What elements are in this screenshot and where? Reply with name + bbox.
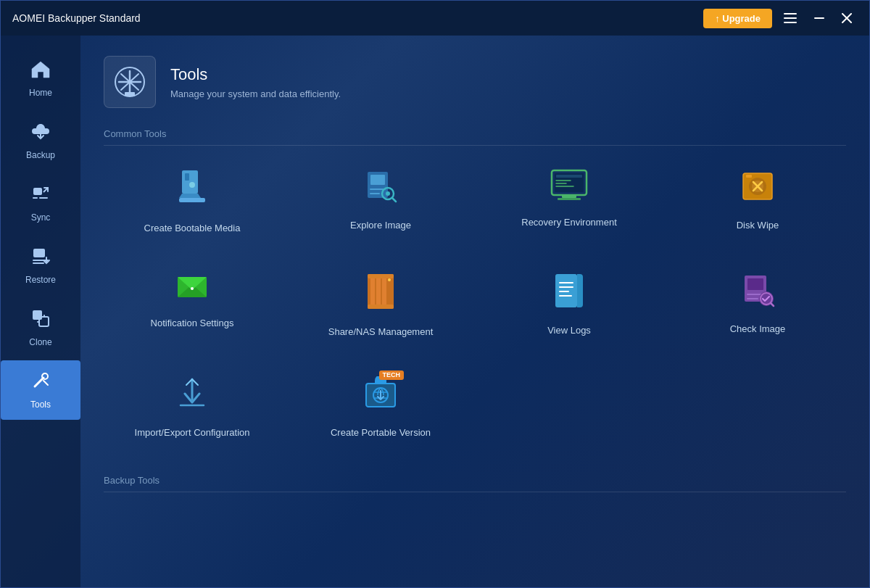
svg-rect-35 [746,175,752,178]
app-title: AOMEI Backupper Standard [12,12,703,24]
tool-check-image-label: Check Image [730,323,786,336]
explore-image-icon [363,169,398,209]
tool-import-export-label: Import/Export Configuration [135,426,250,439]
sidebar-label-sync: Sync [31,212,51,223]
svg-rect-1 [784,17,797,19]
tool-share-nas[interactable]: Share/NAS Management [292,258,469,350]
svg-point-24 [386,191,390,196]
svg-rect-0 [784,13,797,15]
import-export-icon [175,376,210,416]
sidebar-label-backup: Backup [26,150,55,160]
disk-wipe-icon [740,169,775,209]
svg-point-46 [388,278,391,281]
tool-disk-wipe-label: Disk Wipe [737,219,779,232]
notification-icon [175,273,210,307]
tools-icon [30,370,51,394]
svg-rect-7 [33,249,45,257]
restore-icon [30,246,51,269]
page-subtitle: Manage your system and data efficiently. [170,88,341,99]
tool-recovery-env[interactable]: Recovery Environment [481,154,658,247]
sidebar-label-home: Home [29,88,52,98]
svg-point-10 [42,373,48,379]
tool-explore-image-label: Explore Image [350,219,411,232]
svg-rect-44 [368,274,394,278]
minimize-button[interactable] [808,15,830,22]
sidebar-item-sync[interactable]: Sync [1,173,80,233]
home-icon [30,60,51,82]
page-title: Tools [170,65,341,84]
tool-share-nas-label: Share/NAS Management [328,326,434,339]
title-controls: ↑ Upgrade [703,9,858,28]
tool-bootable-media[interactable]: Create Bootable Media [104,154,281,247]
tool-explore-image[interactable]: Explore Image [292,154,469,247]
tech-badge: TECH [379,370,405,380]
upgrade-button[interactable]: ↑ Upgrade [703,9,772,28]
svg-rect-30 [558,198,581,200]
sidebar-item-home[interactable]: Home [1,50,80,108]
svg-rect-19 [179,198,205,202]
svg-rect-2 [784,22,797,23]
svg-rect-3 [814,17,824,19]
tool-view-logs[interactable]: View Logs [481,258,658,350]
sync-icon [30,183,51,207]
share-nas-icon [363,273,398,315]
svg-rect-18 [185,173,189,181]
tool-recovery-env-label: Recovery Environment [521,216,617,229]
close-button[interactable] [836,10,858,26]
content-area: Tools Manage your system and data effici… [80,36,869,587]
page-icon [104,56,156,108]
tool-disk-wipe[interactable]: Disk Wipe [669,154,846,247]
svg-rect-8 [33,310,42,320]
svg-rect-43 [382,277,386,306]
tool-bootable-media-label: Create Bootable Media [144,222,241,235]
svg-rect-22 [370,175,385,185]
svg-line-52 [771,303,774,306]
backup-tools-section-title: Backup Tools [104,475,846,492]
svg-rect-6 [33,188,42,195]
page-header: Tools Manage your system and data effici… [104,56,846,108]
svg-point-39 [191,287,194,290]
sidebar: Home Backup [1,36,80,587]
common-tools-grid: Create Bootable Media Ex [104,154,846,452]
page-title-area: Tools Manage your system and data effici… [170,65,341,99]
sidebar-item-tools[interactable]: Tools [1,360,80,420]
check-image-icon [740,273,775,312]
svg-rect-29 [562,195,576,198]
portable-icon: TECH [363,376,398,416]
title-bar: AOMEI Backupper Standard ↑ Upgrade [1,1,869,36]
sidebar-label-restore: Restore [25,275,56,285]
recovery-env-icon [550,169,588,206]
svg-rect-42 [376,277,381,306]
svg-rect-28 [556,175,582,178]
sidebar-item-restore[interactable]: Restore [1,236,80,295]
svg-line-25 [392,198,396,202]
tool-notification[interactable]: Notification Settings [104,258,281,350]
svg-rect-17 [182,170,198,194]
tool-notification-label: Notification Settings [151,317,234,330]
tool-import-export[interactable]: Import/Export Configuration [104,362,281,451]
svg-rect-41 [370,277,375,306]
tool-portable[interactable]: TECH Create Portable Version [292,362,469,451]
backup-icon [30,121,51,144]
tool-portable-label: Create Portable Version [331,426,431,439]
tool-check-image[interactable]: Check Image [669,258,846,350]
bootable-media-icon [175,169,210,212]
svg-rect-45 [368,305,394,309]
clone-icon [30,308,51,331]
tool-view-logs-label: View Logs [547,324,591,337]
main-layout: Home Backup [1,36,869,587]
view-logs-icon [552,273,586,314]
sidebar-item-clone[interactable]: Clone [1,298,80,357]
sidebar-label-clone: Clone [29,337,51,347]
svg-point-20 [189,182,195,188]
sidebar-label-tools: Tools [30,399,51,410]
svg-rect-49 [747,278,763,290]
sidebar-item-backup[interactable]: Backup [1,111,80,170]
svg-rect-16 [125,92,135,96]
common-tools-section-title: Common Tools [104,128,846,146]
menu-button[interactable] [778,10,803,26]
app-window: AOMEI Backupper Standard ↑ Upgrade [0,0,870,588]
